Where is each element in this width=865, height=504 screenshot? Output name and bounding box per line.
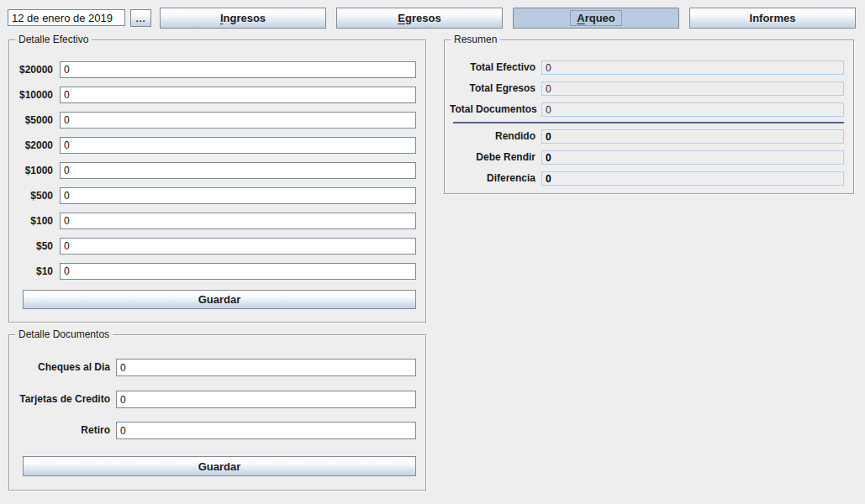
summary-label: Debe Rendir	[450, 150, 535, 165]
summary-label: Diferencia	[450, 171, 535, 186]
document-label: Tarjetas de Credito	[14, 391, 110, 408]
denomination-label: $500	[14, 187, 53, 204]
denomination-label: $10000	[14, 87, 53, 103]
denomination-input-2000[interactable]	[60, 137, 416, 154]
summary-label: Rendido	[450, 129, 535, 144]
denomination-label: $100	[14, 213, 53, 229]
nav-button-label: Ingresos	[214, 10, 272, 26]
detalle-efectivo-panel: Detalle Efectivo $20000$10000$5000$2000$…	[8, 39, 426, 323]
denomination-input-5000[interactable]	[60, 112, 416, 129]
detalle-documentos-title: Detalle Documentos	[15, 328, 113, 340]
document-input-tarjetas-de-credito[interactable]	[116, 391, 416, 408]
summary-value-total-egresos	[541, 81, 844, 96]
document-input-retiro[interactable]	[116, 422, 416, 439]
denomination-label: $10	[14, 263, 53, 280]
document-input-cheques-al-dia[interactable]	[116, 359, 416, 376]
summary-value-total-efectivo	[541, 60, 844, 75]
nav-buttons: IngresosEgresosArqueoInformes	[160, 8, 856, 29]
summary-value-rendido	[541, 129, 844, 144]
resumen-separator	[453, 122, 844, 123]
denomination-input-50[interactable]	[60, 238, 416, 255]
date-input[interactable]	[8, 9, 125, 26]
detalle-efectivo-title: Detalle Efectivo	[15, 34, 92, 45]
document-label: Cheques al Dia	[14, 359, 110, 376]
denomination-label: $5000	[14, 112, 53, 129]
nav-button-egresos[interactable]: Egresos	[336, 8, 503, 29]
summary-value-total-documentos	[541, 102, 844, 117]
denomination-input-1000[interactable]	[60, 162, 416, 179]
nav-button-label: Egresos	[391, 10, 447, 26]
denomination-input-500[interactable]	[60, 187, 416, 204]
denomination-label: $50	[14, 238, 53, 255]
denomination-label: $20000	[14, 61, 53, 78]
summary-value-diferencia	[541, 171, 844, 186]
guardar-efectivo-button[interactable]: Guardar	[23, 290, 416, 309]
denomination-input-20000[interactable]	[60, 61, 416, 78]
nav-button-label: Informes	[743, 10, 803, 26]
guardar-documentos-button[interactable]: Guardar	[23, 456, 416, 476]
resumen-title: Resumen	[451, 34, 500, 45]
nav-button-ingresos[interactable]: Ingresos	[160, 8, 326, 29]
denomination-input-10[interactable]	[60, 263, 416, 280]
summary-value-debe-rendir	[541, 150, 844, 165]
denomination-label: $2000	[14, 137, 53, 154]
summary-label: Total Efectivo	[450, 60, 535, 75]
denomination-input-100[interactable]	[60, 213, 416, 229]
resumen-panel: Resumen Total EfectivoTotal EgresosTotal…	[444, 39, 854, 194]
detalle-documentos-panel: Detalle Documentos Cheques al DiaTarjeta…	[8, 334, 426, 491]
nav-button-informes[interactable]: Informes	[689, 8, 856, 29]
date-picker-button[interactable]: ...	[130, 9, 151, 27]
document-label: Retiro	[14, 422, 110, 439]
nav-button-arqueo[interactable]: Arqueo	[513, 8, 679, 29]
nav-button-label: Arqueo	[570, 10, 622, 26]
summary-label: Total Egresos	[450, 81, 535, 96]
summary-label: Total Documentos	[450, 102, 535, 117]
denomination-label: $1000	[14, 162, 53, 179]
denomination-input-10000[interactable]	[60, 87, 416, 103]
